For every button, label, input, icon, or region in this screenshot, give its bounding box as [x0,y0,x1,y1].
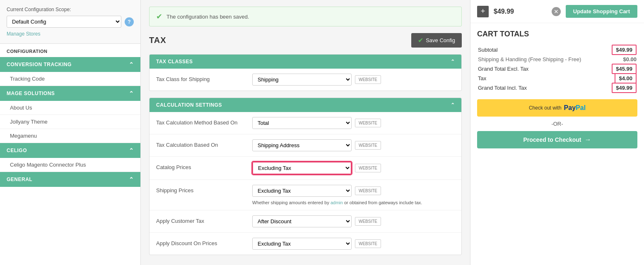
help-button[interactable]: ? [125,17,134,26]
calculation-settings-panel: CALCULATION SETTINGS ⌃ Tax Calculation M… [149,98,462,255]
table-row-grand-total-excl: Grand Total Excl. Tax $45.99 [477,64,637,74]
discount-prices-select[interactable]: Excluding Tax [252,238,352,250]
paypal-btn-text: Check out with [529,105,562,111]
success-icon: ✔ [156,12,162,21]
nav-header-label: GENERAL [7,177,32,182]
catalog-prices-select[interactable]: Excluding Tax [252,162,352,174]
checkout-label: Proceed to Checkout [523,136,581,143]
config-label: Tax Calculation Based On [156,139,247,148]
config-label: Tax Class for Shipping [156,74,247,82]
grand-total-excl-price: $45.99 [612,64,637,74]
config-control: Excluding Tax WEBSITE [252,238,455,250]
admin-link: admin [330,200,343,205]
config-select-row: Excluding Tax WEBSITE [252,238,455,250]
tax-class-shipping-select[interactable]: Shipping [252,74,352,86]
website-badge: WEBSITE [355,217,381,226]
config-select-row: After Discount WEBSITE [252,215,455,227]
nav-header-mage-solutions[interactable]: MAGE SOLUTIONS ⌃ [0,86,140,101]
cart-totals-title: CART TOTALS [477,30,637,38]
or-divider: -OR- [477,121,637,127]
config-control: Shipping WEBSITE [252,74,455,86]
panel-header-label: TAX CLASSES [156,59,193,64]
config-label: Apply Discount On Prices [156,238,247,246]
config-row-customer-tax: Apply Customer Tax After Discount WEBSIT… [150,210,461,233]
table-row-tax: Tax $4.00 [477,74,637,83]
calculation-settings-header[interactable]: CALCULATION SETTINGS ⌃ [150,98,461,112]
tax-label: Tax [477,74,605,83]
item-price: $49.99 [494,8,547,15]
success-message-bar: ✔ The configuration has been saved. [149,7,462,26]
sidebar-item-celigo-connector[interactable]: Celigo Magento Connector Plus [0,158,140,172]
success-text: The configuration has been saved. [166,14,249,20]
nav-header-celigo[interactable]: CELIGO ⌃ [0,143,140,158]
manage-stores-link[interactable]: Manage Stores [7,31,134,37]
page-header-row: TAX ✔ Save Config [149,33,462,48]
scope-select[interactable]: Default Config [7,16,121,28]
config-label: Shipping Prices [156,185,247,193]
tax-classes-header[interactable]: TAX CLASSES ⌃ [150,55,461,69]
website-badge: WEBSITE [355,119,381,127]
chevron-up-icon: ⌃ [129,90,134,97]
nav-header-label: CONVERSION TRACKING [7,62,72,67]
calc-based-on-select[interactable]: Shipping Address [252,139,352,151]
sidebar-item-megamenu[interactable]: Megamenu [0,129,140,143]
save-config-label: Save Config [426,37,455,43]
calc-method-select[interactable]: Total [252,117,352,129]
chevron-up-icon: ⌃ [129,147,134,154]
config-select-row: Excluding Tax WEBSITE [252,162,455,174]
update-cart-button[interactable]: Update Shopping Cart [566,5,637,18]
config-row-calc-based-on: Tax Calculation Based On Shipping Addres… [150,134,461,157]
scope-label: Current Configuration Scope: [7,7,134,12]
sidebar-item-jollyany-theme[interactable]: Jollyany Theme [0,115,140,129]
config-control: Excluding Tax WEBSITE [252,162,455,174]
config-select-row: Shipping Address WEBSITE [252,139,455,151]
cart-item-row: + $49.99 ✕ Update Shopping Cart [470,0,644,23]
configuration-section-title: CONFIGURATION [0,44,140,57]
config-control: Total WEBSITE [252,117,455,129]
check-icon: ✔ [418,36,423,44]
chevron-up-icon: ⌃ [451,59,455,64]
tax-classes-panel: TAX CLASSES ⌃ Tax Class for Shipping Shi… [149,54,462,91]
table-row-shipping: Shipping & Handling (Free Shipping - Fre… [477,55,637,64]
config-label: Apply Customer Tax [156,215,247,224]
website-badge: WEBSITE [355,239,381,248]
subtotal-label: Subtotal [477,45,605,55]
sidebar-item-tracking-code[interactable]: Tracking Code [0,72,140,86]
config-control: After Discount WEBSITE [252,215,455,227]
nav-header-conversion-tracking[interactable]: CONVERSION TRACKING ⌃ [0,57,140,72]
config-row-calc-method: Tax Calculation Method Based On Total WE… [150,112,461,134]
checkout-button[interactable]: Proceed to Checkout → [477,131,637,148]
nav-header-label: MAGE SOLUTIONS [7,91,55,96]
config-select-row: Excluding Tax WEBSITE [252,185,455,197]
config-note: Whether shipping amounts entered by admi… [252,200,455,205]
config-control: Shipping Address WEBSITE [252,139,455,151]
right-panel: + $49.99 ✕ Update Shopping Cart CART TOT… [470,0,644,265]
remove-item-button[interactable]: ✕ [552,7,561,16]
save-config-button[interactable]: ✔ Save Config [411,33,462,48]
config-control: Excluding Tax WEBSITE Whether shipping a… [252,185,455,205]
cart-totals-section: CART TOTALS Subtotal $49.99 Shipping & H… [470,23,644,155]
website-badge: WEBSITE [355,141,381,150]
table-row-grand-total-incl: Grand Total Incl. Tax $49.99 [477,83,637,93]
customer-tax-select[interactable]: After Discount [252,215,352,227]
totals-table: Subtotal $49.99 Shipping & Handling (Fre… [477,45,637,93]
chevron-up-icon: ⌃ [129,176,134,183]
page-title: TAX [149,36,166,45]
sidebar-item-about-us[interactable]: About Us [0,101,140,115]
table-row-subtotal: Subtotal $49.99 [477,45,637,55]
panel-header-label: CALCULATION SETTINGS [156,102,222,108]
qty-plus-button[interactable]: + [477,6,489,17]
nav-header-general[interactable]: GENERAL ⌃ [0,172,140,187]
grand-total-incl-value: $49.99 [605,83,637,93]
grand-total-excl-label: Grand Total Excl. Tax [477,64,605,74]
website-badge: WEBSITE [355,164,381,172]
tax-classes-body: Tax Class for Shipping Shipping WEBSITE [150,69,461,91]
config-select-row: Total WEBSITE [252,117,455,129]
scope-section: Current Configuration Scope: Default Con… [0,0,140,44]
shipping-prices-select[interactable]: Excluding Tax [252,185,352,197]
tax-price: $4.00 [615,73,637,84]
paypal-button[interactable]: Check out with PayPal [477,99,637,117]
chevron-up-icon: ⌃ [451,102,455,108]
subtotal-price: $49.99 [612,45,637,55]
chevron-up-icon: ⌃ [129,61,134,68]
